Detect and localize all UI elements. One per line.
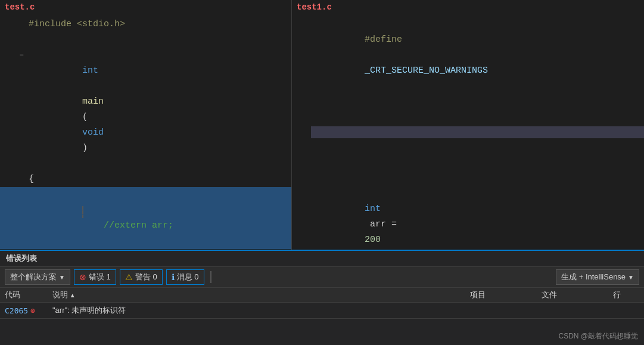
error-row-icon: ⊗ xyxy=(30,306,35,315)
include-directive: #include <stdio.h> xyxy=(29,19,125,29)
error-row-line xyxy=(608,309,644,312)
col-header-project[interactable]: 项目 xyxy=(465,288,537,302)
code-line-5: //extern arr; xyxy=(0,187,291,249)
build-label: 生成 + IntelliSense xyxy=(561,272,626,282)
error-icon: ⊗ xyxy=(79,272,86,282)
code-line-2 xyxy=(0,32,291,48)
build-chevron-icon: ▼ xyxy=(628,274,634,281)
warning-icon: ⚠ xyxy=(125,272,133,282)
info-filter-button[interactable]: ℹ 消息 0 xyxy=(166,269,204,285)
info-icon: ℹ xyxy=(172,272,175,282)
code-line-4: { xyxy=(0,172,291,187)
fold-icon-3[interactable]: − xyxy=(17,48,26,63)
col-header-file[interactable]: 文件 xyxy=(537,288,608,302)
error-row-code: C2065 ⊗ xyxy=(0,305,48,316)
chevron-down-icon: ▼ xyxy=(59,274,65,281)
warning-count-label: 警告 0 xyxy=(135,272,157,282)
right-file-tab[interactable]: test1.c xyxy=(292,0,644,14)
error-row-file xyxy=(537,309,608,312)
left-file-tab[interactable]: test.c xyxy=(0,0,291,14)
col-header-code[interactable]: 代码 xyxy=(0,288,48,302)
table-row[interactable]: C2065 ⊗ "arr": 未声明的标识符 xyxy=(0,303,644,319)
build-dropdown[interactable]: 生成 + IntelliSense ▼ xyxy=(556,269,639,285)
error-panel: 错误列表 整个解决方案 ▼ ⊗ 错误 1 ⚠ 警告 0 ℹ 消息 0 生成 + … xyxy=(0,250,644,345)
fn-main: main xyxy=(82,97,104,107)
warning-filter-button[interactable]: ⚠ 警告 0 xyxy=(120,269,163,285)
scope-label: 整个解决方案 xyxy=(10,272,57,282)
right-code-content: #define _CRT_SECURE_NO_WARNINGS xyxy=(292,14,644,250)
right-code-line-4: int arr = 200 ; xyxy=(292,186,644,250)
info-count-label: 消息 0 xyxy=(177,272,199,282)
error-panel-title: 错误列表 xyxy=(0,251,644,267)
error-toolbar: 整个解决方案 ▼ ⊗ 错误 1 ⚠ 警告 0 ℹ 消息 0 生成 + Intel… xyxy=(0,267,644,288)
keyword-int: int xyxy=(82,66,98,76)
col-header-desc[interactable]: 说明 xyxy=(48,288,465,302)
left-code-content: #include <stdio.h> − int main ( void ) xyxy=(0,14,291,250)
code-line-3: − int main ( void ) xyxy=(0,48,291,172)
code-line-1: #include <stdio.h> xyxy=(0,17,291,32)
scope-dropdown[interactable]: 整个解决方案 ▼ xyxy=(5,269,70,285)
watermark: CSDN @敲着代码想睡觉 xyxy=(558,331,638,341)
error-filter-button[interactable]: ⊗ 错误 1 xyxy=(74,269,116,285)
error-table: 代码 说明 项目 文件 行 C2065 ⊗ "arr": 未声明的标识符 xyxy=(0,288,644,345)
code-area: test.c #include <stdio.h> − int xyxy=(0,0,644,250)
error-row-description: "arr": 未声明的标识符 xyxy=(48,304,465,317)
right-panel: test1.c #define _CRT_SECURE_NO_WARNINGS xyxy=(292,0,644,250)
col-header-line[interactable]: 行 xyxy=(608,288,644,302)
right-code-line-1: #define _CRT_SECURE_NO_WARNINGS xyxy=(292,17,644,94)
right-code-line-2 xyxy=(292,94,644,170)
error-table-header: 代码 说明 项目 文件 行 xyxy=(0,288,644,303)
comment-extern: //extern arr; xyxy=(82,220,173,231)
error-count-label: 错误 1 xyxy=(89,272,111,282)
right-code-line-3 xyxy=(292,170,644,186)
error-row-project xyxy=(465,309,537,312)
left-panel: test.c #include <stdio.h> − int xyxy=(0,0,292,250)
